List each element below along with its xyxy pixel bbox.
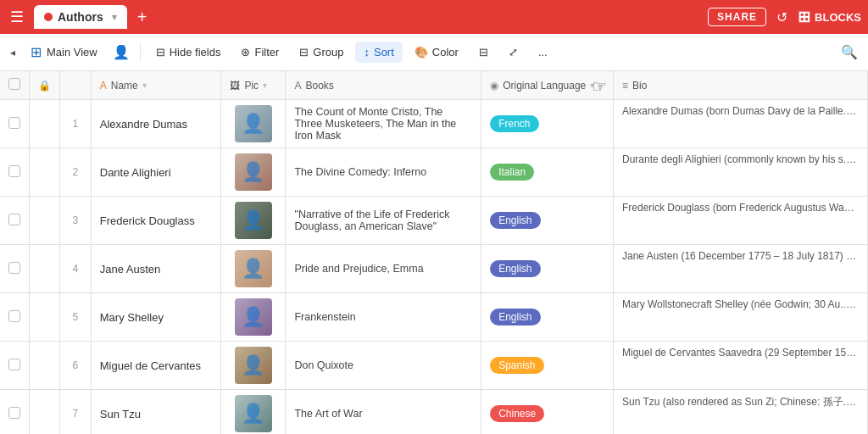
row-number: 1	[60, 100, 92, 148]
sidebar-toggle[interactable]: ◂	[7, 43, 19, 62]
photo-placeholder: 👤	[242, 209, 264, 231]
row-checkbox-cell[interactable]	[0, 245, 30, 293]
header-row: 🔒 A Name ▾ 🖼 Pic ▾	[0, 71, 868, 100]
table-row[interactable]: 4 Jane Austen 👤 Pride and Prejudice, Emm…	[0, 245, 868, 293]
row-books: Don Quixote	[286, 342, 481, 390]
history-button[interactable]: ↺	[776, 9, 787, 25]
table-row[interactable]: 7 Sun Tzu 👤 The Art of War Chinese Sun T…	[0, 390, 868, 435]
th-name[interactable]: A Name ▾	[91, 71, 221, 100]
th-bio[interactable]: ≡ Bio	[614, 71, 868, 100]
table-row[interactable]: 6 Miguel de Cervantes 👤 Don Quixote Span…	[0, 342, 868, 390]
hide-fields-icon: ⊟	[156, 46, 165, 58]
th-checkbox[interactable]	[0, 71, 30, 100]
photo-placeholder: 👤	[242, 258, 264, 280]
share-button[interactable]: SHARE	[708, 8, 766, 26]
author-photo: 👤	[235, 347, 272, 384]
divider-1	[140, 44, 141, 61]
group-button[interactable]: ⊟ Group	[291, 42, 352, 63]
row-books: The Divine Comedy: Inferno	[286, 148, 481, 197]
row-author-name: Mary Shelley	[91, 293, 221, 342]
color-button[interactable]: 🎨 Color	[406, 42, 467, 63]
authors-tab[interactable]: Authors ▾	[34, 5, 127, 29]
row-language: Italian	[481, 148, 614, 197]
filter-button[interactable]: ⊛ Filter	[232, 42, 287, 63]
row-number: 2	[60, 148, 92, 197]
row-language: Spanish	[481, 342, 614, 390]
author-photo: 👤	[235, 105, 272, 142]
photo-placeholder: 👤	[242, 113, 264, 135]
menu-icon[interactable]: ☰	[7, 4, 27, 30]
row-checkbox-cell[interactable]	[0, 197, 30, 245]
row-checkbox[interactable]	[8, 117, 20, 129]
table-container: 🔒 A Name ▾ 🖼 Pic ▾	[0, 71, 868, 434]
row-expand-cell	[30, 100, 60, 148]
row-number: 7	[60, 390, 92, 435]
row-expand-cell	[30, 245, 60, 293]
pic-header-label: Pic	[244, 80, 259, 92]
row-books: Frankenstein	[286, 293, 481, 342]
row-author-name: Frederick Douglass	[91, 197, 221, 245]
table-body: 1 Alexandre Dumas 👤 The Count of Monte C…	[0, 100, 868, 435]
row-number: 3	[60, 197, 92, 245]
photo-placeholder: 👤	[242, 354, 264, 376]
th-books[interactable]: A Books	[286, 71, 481, 100]
header-checkbox[interactable]	[8, 78, 20, 90]
row-checkbox[interactable]	[8, 214, 20, 225]
share-view-icon[interactable]: 👤	[109, 41, 133, 64]
row-language: English	[481, 197, 614, 245]
row-height-button[interactable]: ⊟	[470, 42, 497, 63]
tab-label: Authors	[58, 10, 103, 24]
th-language[interactable]: ◉ Original Language ▾ ☞	[481, 71, 614, 100]
expand-button[interactable]: ⤢	[500, 42, 526, 63]
language-badge: Italian	[490, 164, 534, 181]
row-checkbox-cell[interactable]	[0, 293, 30, 342]
lang-header-label: Original Language	[503, 80, 586, 92]
row-number: 5	[60, 293, 92, 342]
author-photo: 👤	[235, 202, 272, 239]
row-checkbox[interactable]	[8, 310, 20, 322]
sort-button[interactable]: ↕ Sort	[355, 42, 402, 63]
row-photo-cell: 👤	[221, 342, 286, 390]
row-checkbox-cell[interactable]	[0, 148, 30, 197]
toolbar: ◂ ⊞ Main View 👤 ⊟ Hide fields ⊛ Filter ⊟…	[0, 34, 868, 71]
blocks-button[interactable]: ⊞ BLOCKS	[798, 8, 861, 26]
authors-table: 🔒 A Name ▾ 🖼 Pic ▾	[0, 71, 868, 434]
main-view-button[interactable]: ⊞ Main View	[22, 40, 106, 64]
row-photo-cell: 👤	[221, 293, 286, 342]
row-expand-cell	[30, 342, 60, 390]
row-checkbox[interactable]	[8, 165, 20, 177]
bio-icon: ≡	[622, 80, 628, 92]
row-checkbox-cell[interactable]	[0, 100, 30, 148]
row-checkbox[interactable]	[8, 262, 20, 274]
table-row[interactable]: 5 Mary Shelley 👤 Frankenstein English Ma…	[0, 293, 868, 342]
row-language: French	[481, 100, 614, 148]
row-books: The Art of War	[286, 390, 481, 435]
row-books: The Count of Monte Cristo, The Three Mus…	[286, 100, 481, 148]
books-icon: A	[294, 80, 301, 92]
th-pic[interactable]: 🖼 Pic ▾	[221, 71, 286, 100]
table-row[interactable]: 3 Frederick Douglass 👤 "Narrative of the…	[0, 197, 868, 245]
row-checkbox[interactable]	[8, 359, 20, 370]
row-author-name: Alexandre Dumas	[91, 100, 221, 148]
table-row[interactable]: 1 Alexandre Dumas 👤 The Count of Monte C…	[0, 100, 868, 148]
row-bio: Durante degli Alighieri (commonly known …	[614, 148, 868, 197]
hide-fields-button[interactable]: ⊟ Hide fields	[147, 42, 230, 63]
search-button[interactable]: 🔍	[837, 42, 861, 63]
row-checkbox[interactable]	[8, 407, 20, 419]
blocks-icon: ⊞	[798, 8, 810, 26]
row-checkbox-cell[interactable]	[0, 390, 30, 435]
row-height-icon: ⊟	[479, 46, 488, 58]
row-checkbox-cell[interactable]	[0, 342, 30, 390]
language-badge: English	[490, 212, 540, 229]
tab-dropdown-icon[interactable]: ▾	[112, 12, 117, 23]
more-button[interactable]: ...	[530, 42, 556, 63]
filter-label: Filter	[254, 46, 279, 58]
row-bio: Miguel de Cervantes Saavedra (29 Septemb…	[614, 342, 868, 390]
sort-label: Sort	[374, 46, 394, 58]
row-bio: Frederick Douglass (born Frederick Augus…	[614, 197, 868, 245]
table-row[interactable]: 2 Dante Alighieri 👤 The Divine Comedy: I…	[0, 148, 868, 197]
photo-placeholder: 👤	[242, 161, 264, 183]
add-tab-button[interactable]: +	[137, 8, 147, 27]
author-photo: 👤	[235, 250, 272, 287]
sort-icon: ↕	[364, 46, 370, 58]
